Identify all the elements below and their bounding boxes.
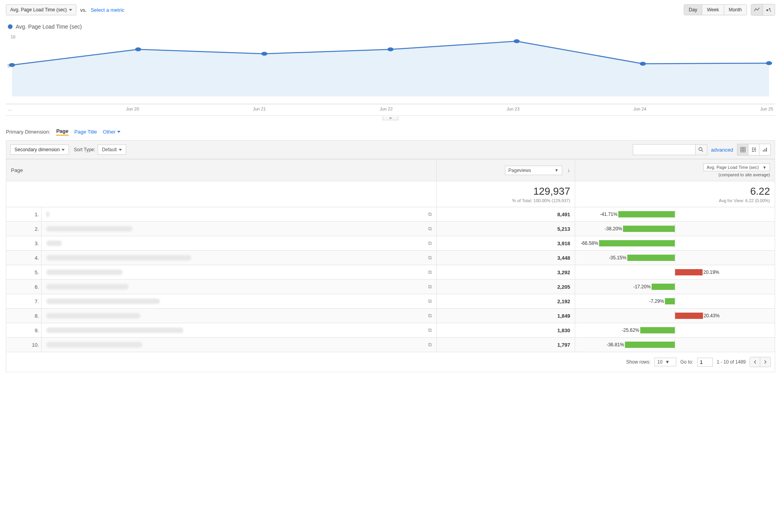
row-comparison: -41.71%: [575, 207, 775, 222]
external-link-icon[interactable]: ⧉: [428, 342, 432, 348]
view-performance-button[interactable]: [759, 144, 770, 155]
row-index: 9.: [6, 323, 42, 338]
row-index: 4.: [6, 251, 42, 265]
time-week-button[interactable]: Week: [702, 5, 724, 15]
secondary-dimension-selector[interactable]: Secondary dimension: [10, 145, 69, 155]
row-pageviews: 3,448: [437, 251, 575, 265]
legend-dot-icon: [8, 24, 13, 29]
xaxis-tick: Jun 22: [380, 107, 392, 111]
table-row[interactable]: 7.⧉2,192-7.29%: [6, 294, 775, 309]
table-row[interactable]: 3.⧉3,918-66.58%: [6, 236, 775, 251]
row-comparison: 20.43%: [575, 309, 775, 323]
prev-page-button[interactable]: [750, 357, 760, 367]
col-comparison-header[interactable]: Avg. Page Load Time (sec) ▼ (compared to…: [575, 159, 775, 181]
chart-type-toggle: [751, 4, 775, 16]
svg-point-10: [766, 61, 772, 65]
go-to-input[interactable]: [697, 358, 713, 367]
row-page-cell: ⧉: [42, 265, 437, 280]
table-row[interactable]: 1.⧉8,491-41.71%: [6, 207, 775, 222]
row-index: 7.: [6, 294, 42, 309]
row-pageviews: 1,797: [437, 338, 575, 352]
external-link-icon[interactable]: ⧉: [428, 284, 432, 290]
chevron-down-icon: [69, 9, 72, 11]
svg-line-12: [702, 150, 703, 152]
table-row[interactable]: 2.⧉5,213-38.20%: [6, 222, 775, 236]
table-row[interactable]: 5.⧉3,29220.19%: [6, 265, 775, 280]
chart-bubble-button[interactable]: [763, 4, 775, 15]
table-row[interactable]: 4.⧉3,448-35.15%: [6, 251, 775, 265]
external-link-icon[interactable]: ⧉: [428, 240, 432, 246]
chevron-left-icon: [754, 360, 757, 364]
xaxis-tick: Jun 25: [760, 107, 775, 111]
row-index: 10.: [6, 338, 42, 352]
col-page-header[interactable]: Page: [6, 159, 437, 181]
svg-point-9: [640, 62, 646, 66]
row-comparison: -17.20%: [575, 280, 775, 294]
vs-label: vs.: [80, 7, 87, 13]
dim-page-title[interactable]: Page Title: [74, 129, 97, 135]
xaxis-tick: Jun 21: [253, 107, 266, 111]
line-chart: 10 5: [6, 34, 775, 104]
table-row[interactable]: 6.⧉2,205-17.20%: [6, 280, 775, 294]
chevron-down-icon: [117, 131, 120, 133]
external-link-icon[interactable]: ⧉: [428, 269, 432, 275]
view-table-button[interactable]: [737, 144, 748, 155]
dim-page[interactable]: Page: [56, 128, 68, 136]
xaxis-tick: Jun 20: [126, 107, 139, 111]
external-link-icon[interactable]: ⧉: [428, 226, 432, 232]
time-day-button[interactable]: Day: [684, 5, 702, 15]
rows-per-page-selector[interactable]: 10 ▼: [654, 358, 676, 366]
primary-dimension-label: Primary Dimension:: [6, 129, 50, 135]
search-input[interactable]: [633, 144, 696, 155]
row-index: 1.: [6, 207, 42, 222]
pageviews-selector[interactable]: Pageviews ▼: [505, 166, 562, 175]
svg-point-1: [769, 8, 770, 10]
row-page-cell: ⧉: [42, 222, 437, 236]
row-pageviews: 3,918: [437, 236, 575, 251]
time-month-button[interactable]: Month: [724, 5, 746, 15]
table-row[interactable]: 8.⧉1,84920.43%: [6, 309, 775, 323]
external-link-icon[interactable]: ⧉: [428, 255, 432, 261]
advanced-link[interactable]: advanced: [711, 147, 733, 153]
search-button[interactable]: [696, 144, 707, 155]
row-page-cell: ⧉: [42, 323, 437, 338]
external-link-icon[interactable]: ⧉: [428, 211, 432, 217]
row-index: 2.: [6, 222, 42, 236]
xaxis-tick: Jun 24: [633, 107, 646, 111]
dim-other[interactable]: Other: [103, 129, 120, 135]
sort-type-label: Sort Type:: [74, 147, 95, 152]
chevron-right-icon: [764, 360, 767, 364]
select-metric-link[interactable]: Select a metric: [91, 7, 124, 13]
sort-desc-icon: ↓: [567, 167, 570, 173]
row-pageviews: 5,213: [437, 222, 575, 236]
row-index: 3.: [6, 236, 42, 251]
xaxis-tick: …: [6, 107, 12, 111]
metric-selector[interactable]: Avg. Page Load Time (sec): [6, 4, 76, 15]
svg-point-5: [135, 47, 142, 51]
chart-line-button[interactable]: [751, 4, 763, 15]
chevron-down-icon: [119, 149, 122, 151]
time-granularity-toggle: Day Week Month: [684, 4, 747, 15]
next-page-button[interactable]: [760, 357, 770, 367]
view-percentage-button[interactable]: [748, 144, 759, 155]
search-icon: [698, 147, 704, 152]
comparison-metric-selector[interactable]: Avg. Page Load Time (sec) ▼: [703, 163, 770, 171]
view-mode-toggle: [737, 144, 771, 156]
external-link-icon[interactable]: ⧉: [428, 298, 432, 304]
row-comparison: -66.58%: [575, 236, 775, 251]
table-row[interactable]: 9.⧉1,830-25.62%: [6, 323, 775, 338]
table-row[interactable]: 10.⧉1,797-36.81%: [6, 338, 775, 352]
svg-point-11: [699, 148, 702, 151]
chart-xaxis: …Jun 20Jun 21Jun 22Jun 23Jun 24Jun 25: [6, 105, 775, 116]
row-comparison: -36.81%: [575, 338, 775, 352]
external-link-icon[interactable]: ⧉: [428, 313, 432, 319]
chart-expand-handle[interactable]: [383, 116, 398, 120]
row-index: 8.: [6, 309, 42, 323]
col-pageviews-header[interactable]: Pageviews ▼ ↓: [437, 159, 575, 181]
sort-type-selector[interactable]: Default: [98, 145, 126, 155]
row-pageviews: 2,205: [437, 280, 575, 294]
row-page-cell: ⧉: [42, 207, 437, 222]
external-link-icon[interactable]: ⧉: [428, 327, 432, 333]
row-index: 6.: [6, 280, 42, 294]
row-page-cell: ⧉: [42, 338, 437, 352]
